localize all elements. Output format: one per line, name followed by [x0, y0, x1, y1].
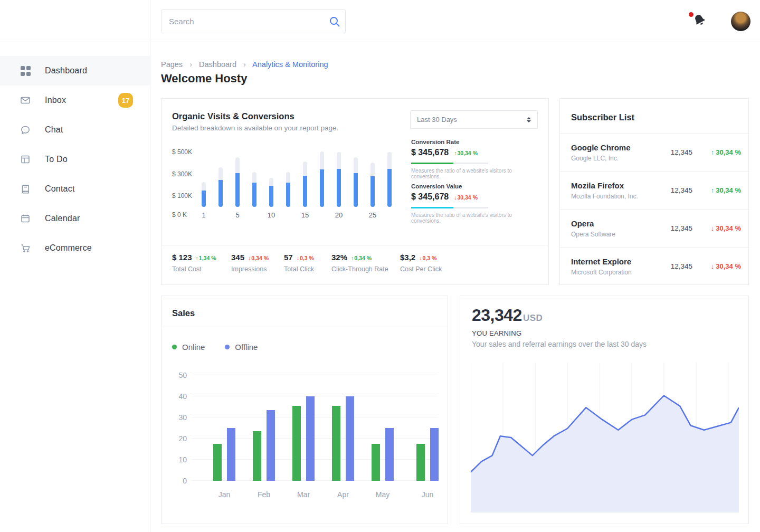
subscriber-count: 12,345 — [662, 224, 692, 232]
x-tick-label: May — [367, 490, 398, 499]
subscriber-delta: ↓30,34 % — [692, 262, 741, 270]
conversion-rate-progress — [411, 163, 488, 164]
sidebar-item-dashboard[interactable]: Dashboard — [0, 56, 150, 86]
metric-value: $ 345,678 — [411, 192, 449, 202]
conversion-value-progress — [411, 207, 488, 208]
stat-total-click: 57↓0,3 % Total Click — [284, 253, 314, 273]
subscriber-count: 12,345 — [662, 262, 692, 270]
sales-bar-online — [372, 444, 380, 481]
x-axis-labels: JanFebMarAprMayJun — [192, 490, 438, 501]
sales-legend: Online Offline — [172, 343, 258, 352]
sidebar-item-contact[interactable]: Contact — [0, 174, 150, 204]
subscriber-name: Opera — [571, 219, 662, 228]
sales-bar-group — [372, 428, 394, 481]
date-range-select[interactable]: Last 30 Days — [410, 110, 538, 129]
sidebar-item-label: eCommerce — [45, 243, 92, 253]
sales-card: Sales Online Offline 01020304050 JanFebM… — [161, 296, 448, 524]
stat-label: Total Cost — [172, 265, 216, 273]
x-tick-label: Jan — [208, 490, 240, 499]
earning-card: 23,342 USD YOU EARNING Your sales and re… — [460, 296, 749, 524]
sales-bar-online — [416, 444, 425, 481]
x-axis-labels: 1510152025 — [193, 211, 404, 221]
breadcrumb-dashboard[interactable]: Dashboard — [199, 60, 236, 69]
organic-bar — [235, 157, 240, 207]
subscriber-row-opera[interactable]: Opera Opera Software 12,345 ↓30,34 % — [560, 209, 748, 247]
organic-bar — [354, 157, 358, 207]
legend-dot-online — [172, 345, 177, 349]
subscriber-delta: ↓30,34 % — [692, 224, 741, 232]
stat-value: $ 123 — [172, 253, 192, 262]
card-title: Organic Visits & Conversions — [172, 111, 294, 121]
x-tick-label: 5 — [235, 211, 239, 219]
stat-cost-per-click: $3,2↓0,3 % Cost Per Click — [400, 253, 442, 273]
sales-bar-online — [292, 406, 301, 481]
sidebar-item-label: Contact — [45, 184, 75, 194]
metric-label: Conversion Value — [411, 183, 539, 189]
subscriber-row-google-chrome[interactable]: Google Chrome Google LLC, Inc. 12,345 ↑3… — [560, 133, 748, 171]
subscriber-delta: ↑30,34 % — [692, 148, 741, 156]
stat-click-through-rate: 32%↑0,34 % Click-Through Rate — [331, 253, 388, 273]
sales-bar-online — [332, 406, 340, 481]
y-tick-label: 40 — [178, 392, 187, 401]
x-tick-label: Feb — [248, 490, 280, 499]
sales-bar-offline — [346, 396, 354, 481]
subscriber-row-internet-explore[interactable]: Internet Explore Microsoft Corporation 1… — [560, 247, 748, 285]
organic-bar — [269, 178, 273, 207]
sidebar-item-chat[interactable]: Chat — [0, 115, 150, 145]
card-title: Sales — [172, 308, 195, 318]
user-avatar[interactable] — [731, 12, 750, 31]
breadcrumb-separator: › — [189, 60, 192, 69]
sales-bar-group — [332, 396, 354, 481]
sales-bar-group — [292, 396, 315, 481]
earning-caption: Your sales and referral earnings over th… — [472, 340, 647, 348]
legend-label: Offline — [235, 343, 258, 352]
sidebar-item-label: Chat — [45, 125, 63, 135]
metric-caption: Measures the ratio of a website's visito… — [411, 212, 539, 224]
organic-bar — [320, 151, 324, 207]
divider — [162, 327, 448, 327]
gridline — [192, 396, 438, 396]
metric-delta: ↑30,34 % — [454, 150, 478, 156]
subscriber-row-mozila-firefox[interactable]: Mozila Firefox Mozilla Foundation, Inc. … — [560, 171, 748, 209]
sidebar: Dashboard Inbox 17 Chat To Do Contact — [0, 0, 150, 532]
shopping-cart-icon — [20, 243, 31, 253]
breadcrumb-pages[interactable]: Pages — [161, 60, 183, 69]
stat-delta: ↓0,3 % — [419, 255, 436, 261]
y-axis-zero-label: $ 0 K — [172, 211, 187, 218]
dashboard-grid-icon — [20, 65, 31, 76]
stat-label: Click-Through Rate — [331, 265, 388, 273]
subscriber-count: 12,345 — [662, 186, 692, 194]
legend-online: Online — [172, 343, 205, 352]
stat-impressions: 345↓0,34 % Impressions — [231, 253, 269, 273]
search-icon[interactable] — [324, 16, 345, 27]
x-tick-label: 1 — [202, 211, 205, 219]
x-tick-label: 15 — [301, 211, 309, 219]
contact-book-icon — [20, 184, 31, 194]
sidebar-item-inbox[interactable]: Inbox 17 — [0, 86, 150, 115]
sidebar-item-ecommerce[interactable]: eCommerce — [0, 233, 150, 263]
gridline — [192, 375, 438, 375]
sales-bar-group — [213, 428, 235, 481]
mail-icon — [20, 95, 31, 106]
search-input[interactable] — [162, 17, 324, 26]
breadcrumb-current[interactable]: Analytics & Monitoring — [252, 60, 328, 69]
sidebar-item-todo[interactable]: To Do — [0, 145, 150, 174]
bar-plot-area — [193, 146, 404, 207]
stat-label: Cost Per Click — [400, 265, 442, 273]
todo-board-icon — [20, 154, 31, 165]
metric-delta: ↓30,34 % — [454, 194, 478, 201]
stat-value: 57 — [284, 253, 293, 262]
sidebar-item-calendar[interactable]: Calendar — [0, 204, 150, 233]
sales-bar-offline — [267, 410, 275, 481]
y-tick-label: $ 300K — [172, 170, 192, 178]
y-tick-label: $ 100K — [172, 192, 192, 200]
stat-delta: ↓0,3 % — [297, 255, 314, 261]
organic-bar — [337, 152, 341, 207]
notification-bell-icon[interactable] — [692, 13, 710, 31]
card-title: Subscriber List — [571, 112, 634, 122]
organic-bar — [202, 182, 206, 207]
topbar — [150, 0, 760, 42]
organic-bar — [387, 152, 392, 207]
gridline — [192, 417, 438, 417]
earnings-area-chart — [471, 363, 739, 512]
